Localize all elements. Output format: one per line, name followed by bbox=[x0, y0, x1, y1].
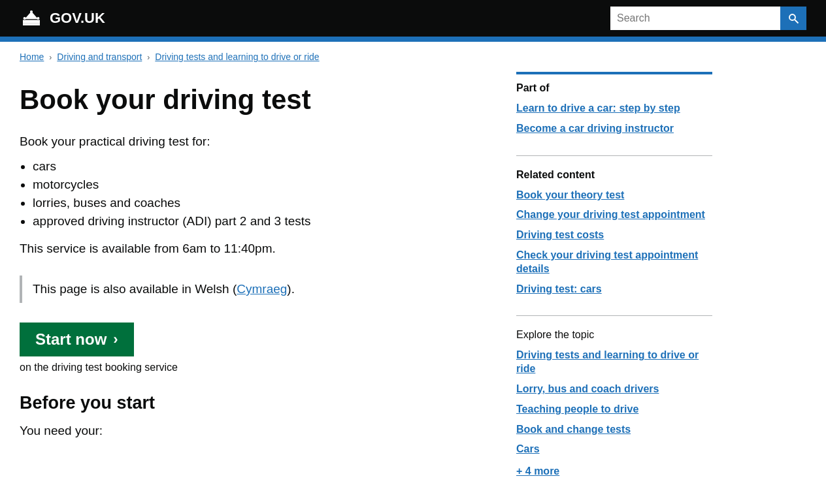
plus-more-link[interactable]: + 4 more bbox=[516, 465, 559, 477]
part-of-link-0[interactable]: Learn to drive a car: step by step bbox=[516, 102, 712, 116]
welsh-note-text: This page is also available in Welsh ( bbox=[33, 282, 237, 296]
svg-point-5 bbox=[37, 17, 39, 20]
related-link-4[interactable]: Driving test: cars bbox=[516, 283, 712, 296]
svg-rect-1 bbox=[23, 24, 40, 25]
explore-title: Explore the topic bbox=[516, 329, 712, 341]
breadcrumb-sep-1: › bbox=[49, 53, 52, 62]
svg-point-3 bbox=[24, 17, 26, 20]
welsh-note: This page is also available in Welsh (Cy… bbox=[20, 276, 490, 303]
welsh-link[interactable]: Cymraeg bbox=[237, 282, 287, 296]
crown-icon bbox=[20, 10, 43, 27]
page-title: Book your driving test bbox=[20, 85, 490, 115]
start-button-label: Start now bbox=[35, 330, 107, 349]
related-link-0[interactable]: Book your theory test bbox=[516, 189, 712, 202]
main-content: Book your driving test Book your practic… bbox=[20, 72, 490, 477]
breadcrumb-sep-2: › bbox=[147, 53, 150, 62]
list-item: motorcycles bbox=[33, 178, 490, 192]
breadcrumb-driving-transport[interactable]: Driving and transport bbox=[57, 52, 142, 62]
gov-uk-text: GOV.UK bbox=[50, 10, 105, 27]
svg-point-6 bbox=[789, 14, 795, 20]
you-need-text: You need your: bbox=[20, 424, 490, 438]
svg-point-4 bbox=[30, 10, 33, 13]
search-button[interactable] bbox=[780, 7, 806, 30]
explore-link-4[interactable]: Cars bbox=[516, 443, 712, 456]
svg-line-7 bbox=[795, 20, 798, 23]
start-button[interactable]: Start now › bbox=[20, 323, 134, 356]
breadcrumb-home[interactable]: Home bbox=[20, 52, 44, 62]
sidebar-divider-2 bbox=[516, 315, 712, 316]
bullet-list: cars motorcycles lorries, buses and coac… bbox=[33, 159, 490, 228]
svg-rect-0 bbox=[23, 20, 40, 24]
related-link-1[interactable]: Change your driving test appointment bbox=[516, 208, 712, 222]
intro-text: Book your practical driving test for: bbox=[20, 134, 490, 149]
search-form bbox=[610, 7, 806, 30]
sidebar: Part of Learn to drive a car: step by st… bbox=[516, 72, 712, 477]
availability-text: This service is available from 6am to 11… bbox=[20, 242, 490, 256]
explore-link-1[interactable]: Lorry, bus and coach drivers bbox=[516, 383, 712, 396]
blue-bar bbox=[0, 37, 826, 42]
explore-link-3[interactable]: Book and change tests bbox=[516, 423, 712, 437]
explore-link-0[interactable]: Driving tests and learning to drive or r… bbox=[516, 349, 712, 376]
search-icon bbox=[787, 12, 799, 24]
related-link-3[interactable]: Check your driving test appointment deta… bbox=[516, 249, 712, 276]
list-item: lorries, buses and coaches bbox=[33, 196, 490, 210]
list-item: approved driving instructor (ADI) part 2… bbox=[33, 214, 490, 228]
start-button-wrapper: Start now › on the driving test booking … bbox=[20, 323, 490, 373]
start-btn-subtext: on the driving test booking service bbox=[20, 362, 178, 373]
part-of-link-1[interactable]: Become a car driving instructor bbox=[516, 122, 712, 136]
explore-section: Explore the topic Driving tests and lear… bbox=[516, 329, 712, 477]
search-input[interactable] bbox=[610, 7, 780, 30]
site-header: GOV.UK bbox=[0, 0, 826, 37]
before-start-heading: Before you start bbox=[20, 393, 490, 413]
gov-logo[interactable]: GOV.UK bbox=[20, 10, 105, 27]
explore-link-2[interactable]: Teaching people to drive bbox=[516, 403, 712, 417]
related-section: Related content Book your theory test Ch… bbox=[516, 169, 712, 296]
breadcrumb: Home › Driving and transport › Driving t… bbox=[0, 42, 826, 72]
welsh-note-end: ). bbox=[287, 282, 295, 296]
list-item: cars bbox=[33, 159, 490, 174]
sidebar-divider-1 bbox=[516, 155, 712, 156]
start-arrow-icon: › bbox=[113, 331, 118, 348]
breadcrumb-driving-tests[interactable]: Driving tests and learning to drive or r… bbox=[155, 52, 319, 62]
part-of-title: Part of bbox=[516, 82, 712, 94]
related-title: Related content bbox=[516, 169, 712, 181]
related-link-2[interactable]: Driving test costs bbox=[516, 228, 712, 242]
part-of-section: Part of Learn to drive a car: step by st… bbox=[516, 72, 712, 136]
